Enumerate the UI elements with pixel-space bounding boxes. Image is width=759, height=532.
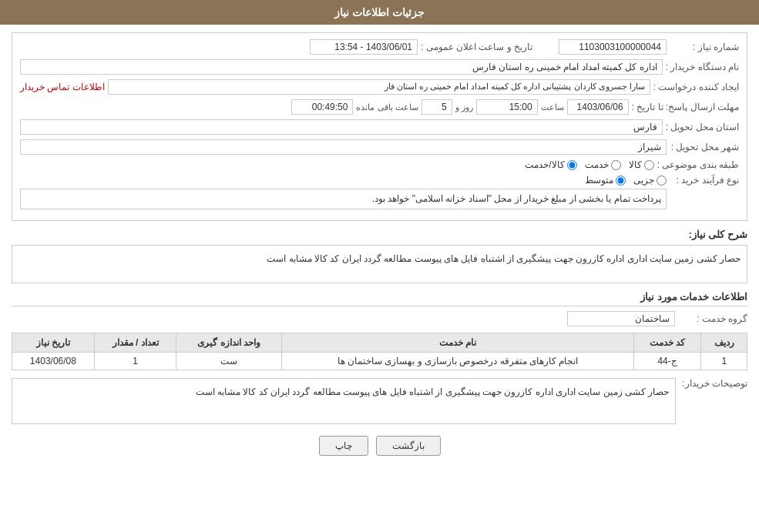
table-cell-quantity: 1 [94, 353, 176, 370]
need-description-box: حصار کشی زمین سایت اداری اداره کازرون جه… [12, 245, 747, 283]
process-description: پرداخت تمام یا بخشی از مبلغ خریدار از مح… [20, 189, 667, 209]
days-label: روز و [455, 102, 473, 112]
need-number-row: شماره نیاز : 1103003100000044 تاریخ و سا… [20, 39, 739, 55]
table-cell-service_name: انجام کارهای متفرقه درخصوص بازسازی و بهس… [282, 353, 634, 370]
buyer-description-row: توصیحات خریدار: حصار کشی زمین سایت اداری… [12, 378, 747, 424]
process-jozyi-item: جزیی [633, 175, 667, 186]
need-description-title-row: شرح کلی نیاز: [12, 229, 747, 240]
delivery-city-value: شیراز [20, 139, 667, 155]
button-row: بازگشت چاپ [12, 436, 747, 467]
col-unit: واحد اندازه گیری [176, 333, 282, 353]
col-date: تاریخ نیاز [12, 333, 95, 353]
buyer-org-value: اداره کل کمیته امداد امام خمینی ره استان… [20, 59, 663, 75]
process-motavaset-radio[interactable] [616, 176, 626, 186]
services-section-title: اطلاعات خدمات مورد نیاز [12, 291, 747, 306]
process-radio-group: جزیی متوسط [20, 175, 667, 186]
table-cell-service_code: ج-44 [633, 353, 701, 370]
category-kala-khedmat-radio[interactable] [567, 160, 577, 170]
category-kala-item: کالا [629, 159, 654, 170]
service-group-row: گروه خدمت : ساختمان [12, 311, 747, 326]
category-kala-khedmat-label: کالا/خدمت [525, 159, 564, 170]
response-time-label: ساعت [541, 102, 564, 112]
process-motavaset-label: متوسط [585, 175, 613, 186]
table-cell-date: 1403/06/08 [12, 353, 95, 370]
supporter-value: سارا جسروی کاردان پشتیبانی اداره کل کمیت… [108, 79, 650, 95]
category-khedmat-label: خدمت [585, 159, 609, 170]
category-kala-khedmat-item: کالا/خدمت [525, 159, 576, 170]
announce-date-label: تاریخ و ساعت اعلان عمومی : [421, 42, 532, 52]
creator-label: ایجاد کننده درخواست : [653, 82, 739, 92]
process-row: نوع فرآیند خرید : جزیی متوسط پرداخت تمام… [20, 175, 739, 209]
delivery-city-label: شهر محل تحویل : [670, 142, 739, 152]
buyer-org-label: نام دستگاه خریدار : [666, 62, 739, 72]
need-description-section: شرح کلی نیاز: حصار کشی زمین سایت اداری ا… [12, 229, 747, 283]
delivery-city-row: شهر محل تحویل : شیراز [20, 139, 739, 155]
col-service-code: کد خدمت [633, 333, 701, 353]
category-khedmat-radio[interactable] [611, 160, 621, 170]
category-row: طبقه بندی موضوعی : کالا خدمت کالا/خدمت [20, 159, 739, 170]
table-cell-unit: ست [176, 353, 282, 370]
delivery-province-value: فارس [20, 119, 663, 135]
buyer-description-title: توصیحات خریدار: [682, 378, 747, 424]
need-number-label: شماره نیاز : [670, 42, 739, 52]
table-row: 1ج-44انجام کارهای متفرقه درخصوص بازسازی … [12, 353, 747, 370]
remaining-value: 00:49:50 [291, 99, 353, 115]
announce-date-value: 1403/06/01 - 13:54 [310, 39, 418, 55]
back-button[interactable]: بازگشت [376, 436, 441, 456]
response-deadline-label: مهلت ارسال پاسخ: تا تاریخ : [632, 102, 739, 112]
response-deadline-row: مهلت ارسال پاسخ: تا تاریخ : 1403/06/06 س… [20, 99, 739, 115]
service-group-label: گروه خدمت : [678, 313, 747, 324]
days-value: 5 [421, 99, 452, 115]
process-motavaset-item: متوسط [585, 175, 626, 186]
supporter-row: ایجاد کننده درخواست : سارا جسروی کاردان … [20, 79, 739, 95]
print-button[interactable]: چاپ [319, 436, 368, 456]
need-description-title: شرح کلی نیاز: [688, 229, 747, 240]
need-number-value: 1103003100000044 [559, 39, 667, 55]
page-title: جزئیات اطلاعات نیاز [334, 6, 425, 18]
category-khedmat-item: خدمت [585, 159, 621, 170]
main-info-section: شماره نیاز : 1103003100000044 تاریخ و سا… [12, 32, 747, 221]
delivery-province-label: استان محل تحویل : [666, 122, 739, 132]
category-radio-group: کالا خدمت کالا/خدمت [525, 159, 653, 170]
process-jozyi-label: جزیی [633, 175, 654, 186]
response-date-value: 1403/06/06 [567, 99, 629, 115]
services-table: ردیف کد خدمت نام خدمت واحد اندازه گیری ت… [12, 333, 747, 370]
service-group-value: ساختمان [567, 311, 675, 326]
delivery-province-row: استان محل تحویل : فارس [20, 119, 739, 135]
process-jozyi-radio[interactable] [657, 176, 667, 186]
category-label: طبقه بندی موضوعی : [657, 159, 739, 170]
contact-link[interactable]: اطلاعات تماس خریدار [20, 82, 105, 92]
category-kala-radio[interactable] [644, 160, 654, 170]
col-rownum: ردیف [701, 333, 747, 353]
response-time-value: 15:00 [476, 99, 538, 115]
page-header: جزئیات اطلاعات نیاز [0, 0, 759, 25]
remaining-label: ساعت باقی مانده [356, 102, 418, 112]
col-quantity: تعداد / مقدار [94, 333, 176, 353]
category-kala-label: کالا [629, 159, 642, 170]
table-cell-row_num: 1 [701, 353, 747, 370]
buyer-description-box: حصار کشی زمین سایت اداری اداره کازرون جه… [12, 378, 676, 424]
process-label: نوع فرآیند خرید : [670, 175, 739, 186]
buyer-org-row: نام دستگاه خریدار : اداره کل کمیته امداد… [20, 59, 739, 75]
col-service-name: نام خدمت [282, 333, 634, 353]
